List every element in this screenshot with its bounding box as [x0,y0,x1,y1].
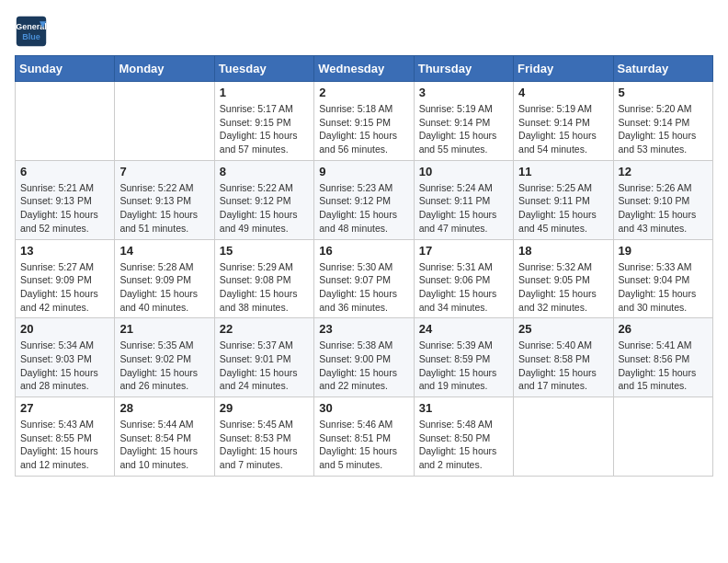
day-number: 10 [419,165,508,178]
day-number: 12 [619,165,708,178]
calendar-cell: 16Sunrise: 5:30 AM Sunset: 9:07 PM Dayli… [314,239,414,318]
day-number: 16 [319,244,408,258]
logo: General Blue [15,15,48,48]
day-info: Sunrise: 5:37 AM Sunset: 9:01 PM Dayligh… [220,339,309,393]
day-number: 26 [619,322,708,336]
header-monday: Monday [115,56,214,82]
calendar-cell: 9Sunrise: 5:23 AM Sunset: 9:12 PM Daylig… [314,160,414,239]
day-number: 6 [20,165,109,178]
day-info: Sunrise: 5:23 AM Sunset: 9:12 PM Dayligh… [319,181,408,236]
calendar-cell: 29Sunrise: 5:45 AM Sunset: 8:53 PM Dayli… [214,397,313,477]
day-number: 5 [619,86,708,99]
calendar-cell: 28Sunrise: 5:44 AM Sunset: 8:54 PM Dayli… [115,397,214,477]
calendar-cell: 12Sunrise: 5:26 AM Sunset: 9:10 PM Dayli… [613,160,712,239]
week-row-4: 20Sunrise: 5:34 AM Sunset: 9:03 PM Dayli… [16,318,713,397]
day-number: 15 [220,244,309,258]
calendar-cell: 31Sunrise: 5:48 AM Sunset: 8:50 PM Dayli… [414,397,513,477]
day-info: Sunrise: 5:40 AM Sunset: 8:58 PM Dayligh… [518,339,608,393]
day-number: 2 [319,86,408,99]
day-info: Sunrise: 5:31 AM Sunset: 9:06 PM Dayligh… [419,260,508,315]
day-info: Sunrise: 5:22 AM Sunset: 9:12 PM Dayligh… [220,181,309,236]
calendar-cell: 10Sunrise: 5:24 AM Sunset: 9:11 PM Dayli… [414,160,513,239]
day-number: 24 [419,322,508,336]
calendar-cell: 17Sunrise: 5:31 AM Sunset: 9:06 PM Dayli… [414,239,513,318]
day-number: 7 [119,165,209,178]
calendar-header: SundayMondayTuesdayWednesdayThursdayFrid… [16,56,713,82]
calendar-cell [613,397,712,477]
calendar-cell: 24Sunrise: 5:39 AM Sunset: 8:59 PM Dayli… [414,318,513,397]
week-row-3: 13Sunrise: 5:27 AM Sunset: 9:09 PM Dayli… [16,239,713,318]
day-info: Sunrise: 5:22 AM Sunset: 9:13 PM Dayligh… [119,181,209,236]
day-number: 4 [518,86,608,99]
calendar-cell: 1Sunrise: 5:17 AM Sunset: 9:15 PM Daylig… [214,82,313,161]
page-header: General Blue [15,15,713,48]
day-info: Sunrise: 5:25 AM Sunset: 9:11 PM Dayligh… [518,181,608,236]
week-row-2: 6Sunrise: 5:21 AM Sunset: 9:13 PM Daylig… [16,160,713,239]
day-number: 18 [518,244,608,258]
day-info: Sunrise: 5:48 AM Sunset: 8:50 PM Dayligh… [419,418,508,472]
day-info: Sunrise: 5:46 AM Sunset: 8:51 PM Dayligh… [319,418,408,472]
calendar-cell: 13Sunrise: 5:27 AM Sunset: 9:09 PM Dayli… [16,239,115,318]
header-row: SundayMondayTuesdayWednesdayThursdayFrid… [16,56,713,82]
day-info: Sunrise: 5:19 AM Sunset: 9:14 PM Dayligh… [419,102,508,156]
day-number: 20 [20,322,109,336]
day-number: 28 [119,401,209,415]
day-info: Sunrise: 5:35 AM Sunset: 9:02 PM Dayligh… [119,339,209,393]
day-info: Sunrise: 5:28 AM Sunset: 9:09 PM Dayligh… [119,260,209,315]
day-info: Sunrise: 5:19 AM Sunset: 9:14 PM Dayligh… [518,102,608,156]
day-info: Sunrise: 5:17 AM Sunset: 9:15 PM Dayligh… [220,102,309,156]
header-thursday: Thursday [414,56,513,82]
calendar-cell: 25Sunrise: 5:40 AM Sunset: 8:58 PM Dayli… [514,318,613,397]
day-info: Sunrise: 5:20 AM Sunset: 9:14 PM Dayligh… [619,102,708,156]
day-number: 8 [220,165,309,178]
svg-text:Blue: Blue [22,32,40,41]
day-info: Sunrise: 5:30 AM Sunset: 9:07 PM Dayligh… [319,260,408,315]
day-number: 3 [419,86,508,99]
day-number: 17 [419,244,508,258]
calendar-table: SundayMondayTuesdayWednesdayThursdayFrid… [15,55,713,477]
calendar-cell: 21Sunrise: 5:35 AM Sunset: 9:02 PM Dayli… [115,318,214,397]
day-number: 14 [119,244,209,258]
calendar-cell: 8Sunrise: 5:22 AM Sunset: 9:12 PM Daylig… [214,160,313,239]
calendar-cell: 7Sunrise: 5:22 AM Sunset: 9:13 PM Daylig… [115,160,214,239]
header-sunday: Sunday [16,56,115,82]
day-info: Sunrise: 5:38 AM Sunset: 9:00 PM Dayligh… [319,339,408,393]
day-info: Sunrise: 5:21 AM Sunset: 9:13 PM Dayligh… [20,181,109,236]
day-number: 1 [220,86,309,99]
day-info: Sunrise: 5:45 AM Sunset: 8:53 PM Dayligh… [220,418,309,472]
day-info: Sunrise: 5:18 AM Sunset: 9:15 PM Dayligh… [319,102,408,156]
day-info: Sunrise: 5:41 AM Sunset: 8:56 PM Dayligh… [619,339,708,393]
calendar-cell: 3Sunrise: 5:19 AM Sunset: 9:14 PM Daylig… [414,82,513,161]
day-info: Sunrise: 5:27 AM Sunset: 9:09 PM Dayligh… [20,260,109,315]
calendar-cell: 5Sunrise: 5:20 AM Sunset: 9:14 PM Daylig… [613,82,712,161]
calendar-cell: 18Sunrise: 5:32 AM Sunset: 9:05 PM Dayli… [514,239,613,318]
day-number: 22 [220,322,309,336]
day-number: 11 [518,165,608,178]
calendar-cell: 19Sunrise: 5:33 AM Sunset: 9:04 PM Dayli… [613,239,712,318]
calendar-cell: 30Sunrise: 5:46 AM Sunset: 8:51 PM Dayli… [314,397,414,477]
day-info: Sunrise: 5:39 AM Sunset: 8:59 PM Dayligh… [419,339,508,393]
day-info: Sunrise: 5:34 AM Sunset: 9:03 PM Dayligh… [20,339,109,393]
week-row-1: 1Sunrise: 5:17 AM Sunset: 9:15 PM Daylig… [16,82,713,161]
calendar-cell: 4Sunrise: 5:19 AM Sunset: 9:14 PM Daylig… [514,82,613,161]
day-number: 23 [319,322,408,336]
calendar-cell [16,82,115,161]
header-wednesday: Wednesday [314,56,414,82]
day-info: Sunrise: 5:24 AM Sunset: 9:11 PM Dayligh… [419,181,508,236]
day-number: 29 [220,401,309,415]
day-number: 21 [119,322,209,336]
header-tuesday: Tuesday [214,56,313,82]
calendar-cell: 22Sunrise: 5:37 AM Sunset: 9:01 PM Dayli… [214,318,313,397]
calendar-cell: 14Sunrise: 5:28 AM Sunset: 9:09 PM Dayli… [115,239,214,318]
day-number: 13 [20,244,109,258]
calendar-cell: 27Sunrise: 5:43 AM Sunset: 8:55 PM Dayli… [16,397,115,477]
calendar-cell: 15Sunrise: 5:29 AM Sunset: 9:08 PM Dayli… [214,239,313,318]
day-info: Sunrise: 5:43 AM Sunset: 8:55 PM Dayligh… [20,418,109,472]
day-info: Sunrise: 5:26 AM Sunset: 9:10 PM Dayligh… [619,181,708,236]
header-saturday: Saturday [613,56,712,82]
week-row-5: 27Sunrise: 5:43 AM Sunset: 8:55 PM Dayli… [16,397,713,477]
calendar-cell [115,82,214,161]
calendar-body: 1Sunrise: 5:17 AM Sunset: 9:15 PM Daylig… [16,82,713,477]
day-info: Sunrise: 5:32 AM Sunset: 9:05 PM Dayligh… [518,260,608,315]
day-number: 25 [518,322,608,336]
